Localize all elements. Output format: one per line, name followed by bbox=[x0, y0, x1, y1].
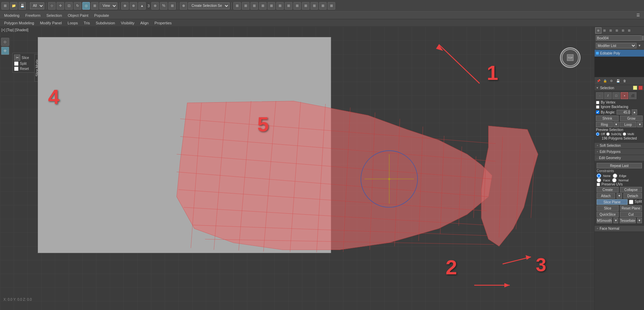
tool20[interactable]: ⊞ bbox=[302, 2, 309, 10]
menu2-loops[interactable]: Loops bbox=[65, 20, 81, 26]
menu2-subdivision[interactable]: Subdivision bbox=[93, 20, 118, 26]
circle-select-icon[interactable]: ◎ bbox=[82, 2, 90, 10]
sel-color2[interactable] bbox=[639, 86, 643, 90]
menu-freeform[interactable]: Freeform bbox=[23, 13, 44, 18]
modifier-list-dropdown[interactable]: ▼ bbox=[636, 43, 643, 49]
menu2-align[interactable]: Align bbox=[138, 20, 151, 26]
by-angle-checkbox[interactable] bbox=[596, 110, 599, 114]
angle-spinner[interactable]: ▲ bbox=[632, 109, 637, 115]
tool13[interactable]: ⊞ bbox=[242, 2, 249, 10]
menu2-polygon-modeling[interactable]: Polygon Modeling bbox=[1, 20, 37, 26]
ignore-backfacing-checkbox[interactable] bbox=[596, 105, 599, 109]
slice-btn[interactable]: Slice bbox=[597, 205, 619, 211]
menu2-tris[interactable]: Tris bbox=[81, 20, 93, 26]
constraint-normal-radio[interactable] bbox=[612, 178, 617, 182]
tool8[interactable]: ⊛ bbox=[151, 2, 159, 10]
constraint-none-radio[interactable] bbox=[597, 174, 601, 178]
panel-icon-pin[interactable]: 📌 bbox=[595, 78, 601, 84]
tool11[interactable]: ⊕ bbox=[180, 2, 187, 10]
shrink-btn[interactable]: Shrink bbox=[596, 116, 619, 121]
repeat-last-btn[interactable]: Repeat Last bbox=[597, 163, 642, 168]
tool18[interactable]: ⊞ bbox=[285, 2, 292, 10]
panel-icon-hierarchy[interactable]: ⊞ bbox=[608, 27, 614, 34]
face-normal-header[interactable]: + Face Normal bbox=[595, 226, 644, 231]
detach-btn[interactable]: Detach bbox=[623, 193, 642, 199]
panel-icon-display[interactable]: ⊞ bbox=[620, 27, 626, 34]
panel-icon-save2[interactable]: 💾 bbox=[615, 78, 621, 84]
cut-btn[interactable]: Cut bbox=[620, 212, 642, 217]
selection-header[interactable]: ▼ Selection bbox=[595, 85, 644, 91]
grow-btn[interactable]: Grow bbox=[620, 116, 643, 121]
polygon-sel-icon[interactable]: ▪ bbox=[621, 92, 628, 99]
modifier-editable-poly[interactable]: Editable Poly bbox=[595, 50, 644, 57]
border-sel-icon[interactable]: □ bbox=[612, 92, 620, 99]
panel-icon-configure[interactable]: ⚙ bbox=[608, 78, 614, 84]
msmooth-btn[interactable]: MSmooth bbox=[597, 218, 612, 223]
soft-selection-header[interactable]: + Soft Selection bbox=[595, 143, 644, 148]
menu-extra1[interactable]: ☰ bbox=[634, 12, 643, 18]
attach-dropdown[interactable]: ▼ bbox=[617, 193, 622, 199]
edit-polygons-header[interactable]: + Edit Polygons bbox=[595, 149, 644, 155]
loop-btn[interactable]: Loop bbox=[620, 122, 636, 127]
vertex-sel-icon[interactable]: · bbox=[596, 92, 604, 99]
menu2-properties[interactable]: Properties bbox=[152, 20, 174, 26]
tool21[interactable]: ⊞ bbox=[311, 2, 318, 10]
object-color-swatch[interactable] bbox=[642, 36, 643, 40]
tool9[interactable]: % bbox=[160, 2, 167, 10]
sel-color1[interactable] bbox=[633, 86, 637, 90]
nav-cube-circle[interactable]: TOP bbox=[560, 47, 581, 68]
tool10[interactable]: ⊞ bbox=[168, 2, 176, 10]
scale-icon[interactable]: ⊞ bbox=[91, 2, 98, 10]
ring-dropdown[interactable]: ▼ bbox=[613, 122, 619, 127]
tool7[interactable]: ▲ bbox=[138, 2, 146, 10]
constraint-edge-radio[interactable] bbox=[613, 174, 617, 178]
create-btn[interactable]: Create bbox=[597, 187, 619, 192]
modifier-list-select[interactable]: Modifier List bbox=[596, 43, 636, 48]
ring-btn[interactable]: Ring bbox=[596, 122, 613, 127]
slice-plane-btn[interactable]: Slice Plane bbox=[597, 199, 628, 205]
loop-dropdown[interactable]: ▼ bbox=[637, 122, 643, 127]
menu2-visibility[interactable]: Visibility bbox=[118, 20, 137, 26]
object-name-input[interactable] bbox=[596, 35, 642, 41]
panel-icon-lock[interactable]: 🔒 bbox=[602, 78, 608, 84]
save-icon[interactable]: 💾 bbox=[19, 2, 26, 10]
tool19[interactable]: ⊞ bbox=[293, 2, 301, 10]
preview-multi-radio[interactable] bbox=[623, 132, 626, 136]
tool17[interactable]: ⊞ bbox=[276, 2, 284, 10]
region-select-icon[interactable]: ⊡ bbox=[65, 2, 73, 10]
tool23[interactable]: ⊞ bbox=[328, 2, 335, 10]
reset-plane-btn[interactable]: Reset Plane bbox=[620, 205, 642, 211]
move-icon[interactable]: ✛ bbox=[57, 2, 64, 10]
panel-icon-modify[interactable]: ⊞ bbox=[601, 27, 608, 34]
tool5[interactable]: ⊕ bbox=[121, 2, 129, 10]
panel-icon-utilities[interactable]: ⊞ bbox=[626, 27, 632, 34]
by-vertex-checkbox[interactable] bbox=[596, 101, 599, 104]
panel-icon-trash[interactable]: 🗑 bbox=[621, 78, 628, 84]
menu-populate[interactable]: Populate bbox=[91, 13, 112, 18]
panel-icon-motion[interactable]: ⊞ bbox=[614, 27, 620, 34]
tessellate-btn[interactable]: Tessellate bbox=[620, 218, 635, 223]
menu-selection[interactable]: Selection bbox=[44, 13, 65, 18]
constraint-face-radio[interactable] bbox=[597, 178, 601, 182]
collapse-btn[interactable]: Collapse bbox=[620, 187, 642, 192]
select-icon[interactable]: ⊹ bbox=[48, 2, 56, 10]
msmooth-dropdown[interactable]: ▼ bbox=[613, 218, 618, 223]
edge-sel-icon[interactable]: / bbox=[604, 92, 612, 99]
tool6[interactable]: ⊕ bbox=[130, 2, 137, 10]
tool14[interactable]: ⊞ bbox=[250, 2, 258, 10]
filter-select[interactable]: All bbox=[30, 2, 44, 9]
tool12[interactable]: ⊞ bbox=[233, 2, 241, 10]
rotate-icon[interactable]: ↻ bbox=[74, 2, 81, 10]
panel-icon-create[interactable]: ⊕ bbox=[595, 27, 601, 34]
preview-off-radio[interactable] bbox=[596, 132, 599, 136]
nav-cube[interactable]: TOP bbox=[560, 47, 584, 71]
new-icon[interactable]: ⊞ bbox=[1, 2, 9, 10]
edit-geometry-header[interactable]: - Edit Geometry bbox=[595, 155, 644, 161]
view-select[interactable]: View bbox=[99, 2, 117, 9]
menu-modeling[interactable]: Modeling bbox=[1, 13, 22, 18]
preview-subobj-radio[interactable] bbox=[606, 132, 610, 136]
attach-btn[interactable]: Attach bbox=[597, 193, 615, 199]
create-selection-select[interactable]: Create Selection Se bbox=[188, 2, 230, 9]
open-icon[interactable]: 📁 bbox=[10, 2, 17, 10]
menu2-modify-panel[interactable]: Modify Panel bbox=[37, 20, 65, 26]
